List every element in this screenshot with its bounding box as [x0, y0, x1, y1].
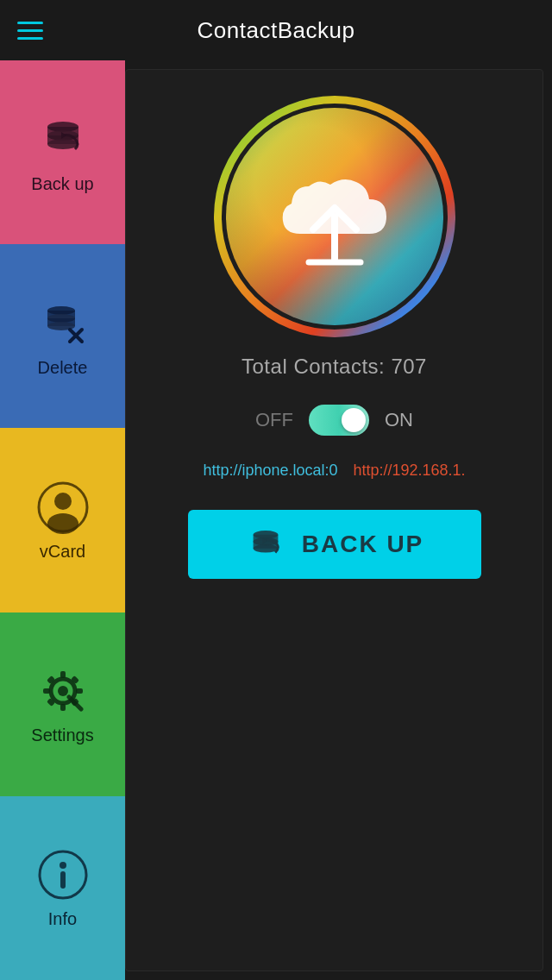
sidebar-delete-label: Delete	[38, 358, 88, 378]
svg-point-14	[54, 493, 72, 510]
svg-point-37	[253, 544, 278, 553]
toggle-row: OFF ON	[255, 405, 413, 436]
sidebar-item-info[interactable]: Info	[0, 796, 125, 980]
svg-rect-28	[60, 871, 66, 889]
app-header: ContactBackup	[0, 0, 552, 60]
svg-point-27	[60, 862, 66, 869]
toggle-off-label: OFF	[255, 409, 293, 431]
svg-rect-19	[60, 704, 66, 711]
svg-point-4	[47, 139, 78, 149]
url-row: http://iphone.local:0 http://192.168.1.	[143, 462, 525, 480]
sidebar-settings-label: Settings	[31, 726, 93, 745]
main-content: Total Contacts: 707 OFF ON http://iphone…	[125, 69, 543, 971]
toggle-on-label: ON	[385, 409, 413, 431]
sidebar-vcard-label: vCard	[40, 542, 85, 562]
sidebar: Back up Delete	[0, 60, 125, 980]
backup-button[interactable]: BACK UP	[188, 510, 481, 579]
svg-rect-18	[60, 671, 66, 678]
svg-rect-20	[43, 688, 50, 694]
sidebar-item-delete[interactable]: Delete	[0, 244, 125, 428]
database-backup-icon	[34, 111, 91, 167]
toggle-knob	[342, 408, 366, 432]
svg-point-17	[58, 686, 68, 696]
hamburger-menu-button[interactable]	[17, 22, 52, 40]
svg-point-15	[47, 513, 78, 534]
svg-rect-21	[76, 688, 83, 694]
sidebar-item-backup[interactable]: Back up	[0, 60, 125, 244]
sidebar-info-label: Info	[48, 909, 77, 929]
sidebar-backup-label: Back up	[31, 174, 93, 194]
settings-icon	[34, 663, 91, 719]
backup-button-icon	[245, 524, 286, 565]
cloud-upload-circle[interactable]	[214, 96, 455, 337]
total-contacts-label: Total Contacts: 707	[242, 355, 427, 379]
info-icon	[34, 846, 91, 902]
url-ip-link[interactable]: http://192.168.1.	[354, 462, 466, 480]
main-layout: Back up Delete	[0, 60, 552, 980]
toggle-switch[interactable]	[309, 405, 369, 436]
backup-button-label: BACK UP	[302, 531, 424, 558]
database-delete-icon	[34, 295, 91, 351]
url-local-link[interactable]: http://iphone.local:0	[203, 462, 337, 480]
cloud-upload-svg	[266, 160, 404, 273]
app-title: ContactBackup	[52, 17, 535, 44]
sidebar-item-vcard[interactable]: vCard	[0, 428, 125, 612]
sidebar-item-settings[interactable]: Settings	[0, 612, 125, 796]
person-icon	[34, 479, 91, 535]
